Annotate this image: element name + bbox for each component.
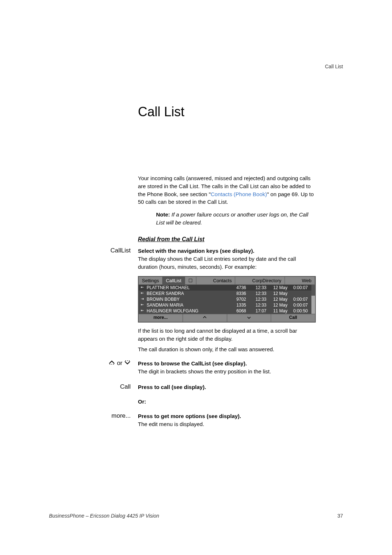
phone-display: Settings CallList ☐ Contacts CorpDirecto… [138,276,316,323]
row-name: PLATTNER MICHAEL [147,285,232,290]
row-name: BECKER SANDRA [147,291,232,296]
note-block: Note: If a power failure occurs or anoth… [156,211,312,227]
row-ext: 9702 [232,297,250,302]
instruction-calllist: CallList Select with the navigation keys… [83,247,316,271]
svg-point-2 [113,364,114,365]
row-ext: 6068 [232,308,250,313]
incoming-call-icon: ⇤ [141,285,147,290]
contacts-link[interactable]: Contacts (Phone Book) [211,191,267,197]
row-name: SANDMAN MARIA [147,303,232,308]
calllist-bold: Select with the navigation keys (see dis… [138,247,316,255]
calllist-label: CallList [83,247,138,271]
navkeys-label: or [83,360,138,376]
footer-product: BusinessPhone – Ericsson Dialog 4425 IP … [49,513,159,519]
softkey-nav-up-icon[interactable] [183,314,227,322]
row-ext: 4736 [232,285,250,290]
softkey-nav-down-icon[interactable] [227,314,271,322]
svg-point-3 [125,360,126,361]
instruction-more: more... Press to get more options (see d… [83,412,316,428]
phone-tabs: Settings CallList ☐ Contacts CorpDirecto… [139,277,315,285]
row-name: HASLINGER WOLFGANG [147,308,232,313]
row-ext: 8336 [232,291,250,296]
row-duration [287,291,309,296]
list-item[interactable]: ⇤ HASLINGER WOLFGANG 6068 17:07 11 May 0… [139,308,311,314]
more-bold: Press to get more options (see display). [138,412,316,420]
scroll-thumb[interactable] [311,285,315,296]
navkeys-text: The digit in brackets shows the entry po… [138,368,316,376]
row-duration: 0:00:07 [287,297,309,302]
list-item[interactable]: ⇥ BROWN BOBBY 9702 12:33 12 May 0:00:07 [139,296,311,302]
list-item[interactable]: ⇤ BECKER SANDRA 8336 12:33 12 May [139,291,311,296]
softkey-more[interactable]: more... [139,314,183,322]
tab-contacts[interactable]: Contacts [210,277,235,284]
incoming-call-icon: ⇤ [141,303,147,308]
row-date: 12 May [266,285,287,290]
row-duration: 0:00:07 [287,303,309,308]
svg-point-4 [127,360,128,361]
intro-paragraph: Your incoming calls (answered, missed an… [138,174,316,206]
scrollbar[interactable] [311,285,315,314]
page-number: 37 [337,513,343,519]
row-time: 12:33 [250,297,266,302]
note-text: If a power failure occurs or another use… [156,211,308,226]
page-footer: BusinessPhone – Ericsson Dialog 4425 IP … [49,513,343,519]
running-header: Call List [325,64,343,69]
row-ext: 1335 [232,303,250,308]
softkey-bar: more... Call [139,314,315,322]
nav-arrow-down-icon [124,360,131,366]
or-bold: Or: [138,398,316,406]
row-time: 12:33 [250,291,266,296]
tab-web[interactable]: Web [299,277,315,284]
row-time: 12:33 [250,303,266,308]
or-text: or [117,360,124,366]
svg-point-1 [111,364,112,365]
list-item[interactable]: ⇤ SANDMAN MARIA 1335 12:33 12 May 0:00:0… [139,302,311,308]
tab-corpdirectory[interactable]: CorpDirectory [249,277,285,284]
section-heading: Redial from the Call List [138,236,204,243]
instruction-navkeys: or Press to browse the CallList (see dis… [83,360,316,376]
instruction-or: Or: [83,398,316,406]
incoming-call-icon: ⇤ [141,291,147,296]
call-label: Call [83,383,138,391]
row-time: 17:07 [250,308,266,313]
softkey-call[interactable]: Call [271,314,315,322]
note-label: Note: [156,211,170,218]
tab-settings[interactable]: Settings [139,277,163,284]
nav-arrow-up-icon [109,360,115,366]
list-item[interactable]: ⇤ PLATTNER MICHAEL 4736 12:33 12 May 0:0… [139,285,311,291]
row-duration: 0:00:07 [287,285,309,290]
call-bold: Press to call (see display). [138,383,316,391]
tab-calllist[interactable]: CallList [163,277,185,284]
more-label: more... [83,412,138,428]
outgoing-call-icon: ⇥ [141,297,147,302]
row-date: 12 May [266,303,287,308]
navkeys-bold: Press to browse the CallList (see displa… [138,360,316,368]
row-date: 11 May [266,308,287,313]
incoming-call-icon: ⇤ [141,308,147,313]
row-duration: 0:00:50 [287,308,309,313]
instruction-call: Call Press to call (see display). [83,383,316,391]
row-date: 12 May [266,291,287,296]
page-title: Call List [138,104,184,119]
post-display-2: The call duration is shown only, if the … [138,346,316,352]
tab-blank[interactable]: ☐ [185,277,196,284]
post-display-1: If the list is too long and cannot be di… [138,327,316,343]
svg-point-0 [110,364,110,365]
row-name: BROWN BOBBY [147,297,232,302]
call-list-entries: ⇤ PLATTNER MICHAEL 4736 12:33 12 May 0:0… [139,285,311,314]
svg-point-5 [129,360,130,361]
calllist-text: The display shows the Call List entries … [138,255,316,271]
row-date: 12 May [266,297,287,302]
row-time: 12:33 [250,285,266,290]
more-text: The edit menu is displayed. [138,420,316,428]
